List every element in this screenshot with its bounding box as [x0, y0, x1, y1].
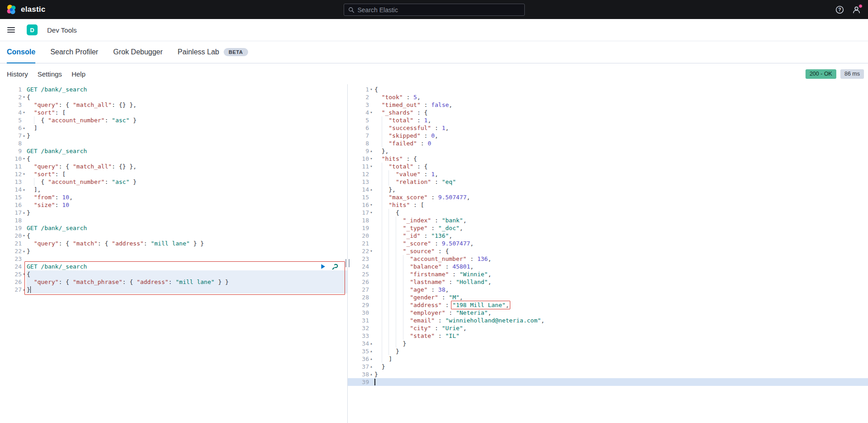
code-line: "firstname" : "Winnie",: [374, 270, 868, 278]
request-editor[interactable]: 12▾34▾56▴7▴8910▾1112▾1314▴151617▴181920▾…: [0, 84, 348, 423]
code-line: "lastname" : "Holland",: [374, 278, 868, 286]
line-number: 22: [14, 247, 22, 255]
global-header: elastic ?: [0, 0, 868, 19]
gutter-row: 16: [0, 201, 26, 209]
response-viewer[interactable]: 1▾234▾56789▴10▾11▾121314▴1516▾17▾1819202…: [348, 84, 868, 423]
response-code[interactable]: {"took" : 5,"timed_out" : false,"_shards…: [374, 84, 868, 423]
code-line: "value" : 1,: [374, 170, 868, 178]
fold-toggle-icon[interactable]: ▾: [369, 247, 374, 255]
fold-toggle-icon[interactable]: ▴: [22, 186, 26, 193]
line-number: 16: [14, 201, 22, 209]
line-number: 5: [365, 116, 369, 124]
fold-toggle-icon[interactable]: ▾: [22, 109, 26, 116]
gutter-row: 29: [348, 301, 374, 309]
wrench-icon[interactable]: [331, 263, 338, 270]
request-code[interactable]: GET /bank/_search{"query": { "match_all"…: [26, 84, 347, 423]
code-line: "timed_out" : false,: [374, 101, 868, 109]
code-line: }: [26, 209, 347, 216]
response-gutter: 1▾234▾56789▴10▾11▾121314▴1516▾17▾1819202…: [348, 84, 374, 423]
gutter-row: 14▴: [348, 186, 374, 193]
help-icon[interactable]: ?: [835, 5, 844, 14]
line-number: 11: [14, 163, 22, 170]
line-number: 28: [362, 293, 369, 301]
fold-toggle-icon[interactable]: ▴: [369, 363, 374, 370]
search-input[interactable]: [358, 6, 520, 14]
fold-toggle-icon[interactable]: ▾: [369, 86, 374, 93]
tab-painless-lab[interactable]: Painless LabBETA: [177, 41, 248, 63]
user-profile-icon[interactable]: [852, 5, 861, 14]
code-line: "query": { "match": { "address": "mill l…: [26, 240, 347, 247]
fold-toggle-icon[interactable]: ▾: [369, 155, 374, 163]
fold-toggle-icon[interactable]: ▴: [369, 370, 374, 378]
dev-tools-tabs: ConsoleSearch ProfilerGrok DebuggerPainl…: [0, 41, 868, 63]
tab-console[interactable]: Console: [7, 41, 35, 63]
toolbar-link-history[interactable]: History: [7, 70, 28, 78]
tab-label: Console: [7, 48, 35, 56]
fold-toggle-icon[interactable]: ▴: [22, 132, 26, 139]
gutter-row: 16▾: [348, 201, 374, 209]
line-number: 12: [14, 170, 22, 178]
pane-resizer[interactable]: [345, 259, 350, 267]
line-number: 23: [14, 255, 22, 263]
tab-grok-debugger[interactable]: Grok Debugger: [113, 41, 163, 63]
gutter-row: 4▾: [0, 109, 26, 116]
fold-toggle-icon[interactable]: ▾: [369, 201, 374, 209]
tab-search-profiler[interactable]: Search Profiler: [50, 41, 98, 63]
gutter-row: 15: [348, 193, 374, 201]
gutter-row: 9▴: [348, 147, 374, 155]
toolbar-link-settings[interactable]: Settings: [38, 70, 62, 78]
gutter-row: 21: [0, 240, 26, 247]
gutter-row: 19: [348, 224, 374, 232]
play-icon[interactable]: [320, 263, 326, 270]
code-line: ]: [374, 355, 868, 363]
fold-toggle-icon[interactable]: ▾: [369, 209, 374, 216]
gutter-row: 9: [0, 147, 26, 155]
gutter-row: 23: [0, 255, 26, 263]
code-line: "_shards" : {: [374, 109, 868, 116]
line-number: 17: [362, 209, 369, 216]
fold-toggle-icon[interactable]: ▴: [22, 209, 26, 216]
line-number: 33: [362, 332, 369, 340]
fold-toggle-icon[interactable]: ▴: [369, 186, 374, 193]
gutter-row: 2: [348, 93, 374, 101]
breadcrumb: Dev Tools: [47, 26, 77, 34]
menu-button[interactable]: [0, 19, 22, 41]
fold-toggle-icon[interactable]: ▴: [22, 286, 26, 293]
fold-toggle-icon[interactable]: ▴: [369, 347, 374, 355]
fold-toggle-icon[interactable]: ▴: [369, 355, 374, 363]
gutter-row: 27▴: [0, 286, 26, 293]
fold-toggle-icon[interactable]: ▾: [369, 109, 374, 116]
fold-toggle-icon[interactable]: ▾: [22, 155, 26, 163]
gutter-row: 11▾: [348, 163, 374, 170]
console-split-view: 12▾34▾56▴7▴8910▾1112▾1314▴151617▴181920▾…: [0, 84, 868, 423]
request-gutter: 12▾34▾56▴7▴8910▾1112▾1314▴151617▴181920▾…: [0, 84, 26, 423]
toolbar-link-help[interactable]: Help: [72, 70, 86, 78]
fold-toggle-icon[interactable]: ▴: [369, 147, 374, 155]
code-line: "sort": [: [26, 109, 347, 116]
gutter-row: 19: [0, 224, 26, 232]
tab-label: Search Profiler: [50, 48, 98, 56]
fold-toggle-icon[interactable]: ▾: [22, 232, 26, 240]
fold-toggle-icon[interactable]: ▾: [22, 170, 26, 178]
elastic-wordmark: elastic: [21, 5, 45, 14]
text-cursor: [30, 286, 31, 293]
elastic-home-link[interactable]: elastic: [0, 4, 45, 15]
tab-label: Grok Debugger: [113, 48, 163, 56]
app-nav-bar: D Dev Tools: [0, 19, 868, 41]
fold-toggle-icon[interactable]: ▴: [369, 340, 374, 347]
space-avatar[interactable]: D: [27, 24, 38, 35]
fold-toggle-icon[interactable]: ▾: [369, 163, 374, 170]
line-number: 21: [362, 240, 369, 247]
code-line: {: [26, 155, 347, 163]
gutter-row: 31: [348, 317, 374, 324]
code-line: { "account_number": "asc" }: [26, 116, 347, 124]
gutter-row: 11: [0, 163, 26, 170]
fold-toggle-icon[interactable]: ▾: [22, 93, 26, 101]
fold-toggle-icon[interactable]: ▴: [22, 247, 26, 255]
fold-toggle-icon[interactable]: ▴: [22, 124, 26, 132]
fold-toggle-icon[interactable]: ▾: [22, 270, 26, 278]
text-cursor: [374, 379, 375, 385]
line-number: 3: [18, 101, 22, 109]
line-number: 37: [362, 363, 369, 370]
gutter-row: 24: [348, 263, 374, 270]
